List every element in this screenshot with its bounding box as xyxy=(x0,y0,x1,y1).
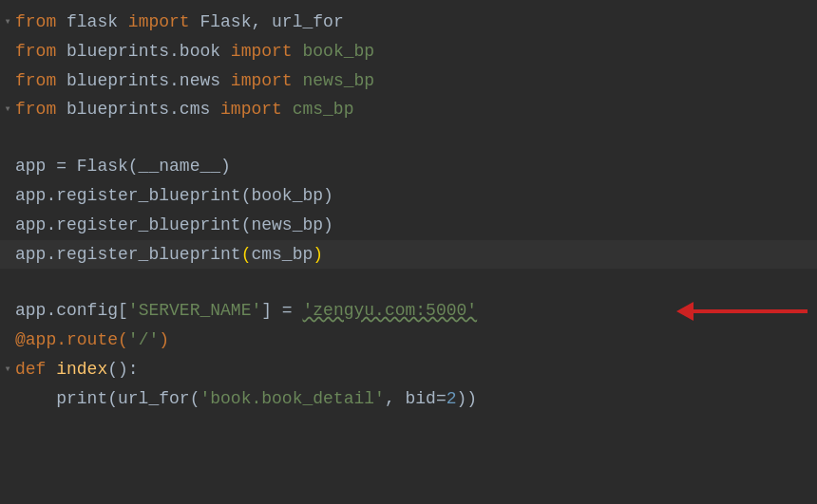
code-line: ▾ from blueprints.cms import cms_bp xyxy=(0,95,817,124)
code-line: @app.route('/') xyxy=(0,326,817,355)
paren-highlight: ) xyxy=(313,241,323,269)
number-token: 2 xyxy=(446,385,457,413)
code-text: app.config[ xyxy=(15,297,128,325)
keyword-from: from xyxy=(15,38,56,65)
code-text: Flask, url_for xyxy=(190,9,344,36)
module-name: news_bp xyxy=(293,67,374,95)
keyword-def: def xyxy=(15,356,46,383)
keyword-import: import xyxy=(231,38,293,65)
code-text: app = Flask(__name__) xyxy=(15,153,231,180)
keyword-from: from xyxy=(15,96,56,123)
code-text: (): xyxy=(107,356,138,383)
code-line-highlighted: app.register_blueprint(cms_bp) xyxy=(0,240,817,270)
empty-line xyxy=(0,124,817,152)
code-text: app.register_blueprint xyxy=(15,241,241,269)
keyword-import: import xyxy=(231,67,293,95)
arrow-body xyxy=(694,309,808,313)
code-line: app.register_blueprint(news_bp) xyxy=(0,211,817,240)
code-line: print(url_for('book.book_detail', bid=2)… xyxy=(0,384,817,414)
fold-icon[interactable]: ▾ xyxy=(0,361,15,379)
code-text: print(url_for( xyxy=(15,385,200,413)
module-name: cms_bp xyxy=(282,96,354,123)
code-text: )) xyxy=(457,385,478,413)
string-token: '/' xyxy=(128,327,159,354)
function-name: index xyxy=(56,356,107,383)
arrow-indicator xyxy=(676,302,808,321)
fold-icon[interactable]: ▾ xyxy=(0,101,15,119)
code-text: blueprints.book xyxy=(56,38,231,65)
keyword-from: from xyxy=(15,9,56,36)
string-token: 'SERVER_NAME' xyxy=(128,297,261,325)
code-line: ▾ def index(): xyxy=(0,355,817,384)
code-text: cms_bp xyxy=(251,241,313,269)
string-squiggle: 'zengyu.com:5000' xyxy=(302,297,477,325)
decorator-close: ) xyxy=(159,327,169,354)
code-line: ▾ from flask import Flask, url_for xyxy=(0,8,817,37)
code-editor: ▾ from flask import Flask, url_for from … xyxy=(0,0,817,504)
code-line-arrow: app.config['SERVER_NAME'] = 'zengyu.com:… xyxy=(0,296,817,326)
code-text: app.register_blueprint(news_bp) xyxy=(15,212,333,239)
code-line: app.register_blueprint(book_bp) xyxy=(0,181,817,211)
code-line: app = Flask(__name__) xyxy=(0,152,817,181)
code-text: blueprints.news xyxy=(56,67,231,95)
decorator: @app.route( xyxy=(15,327,128,354)
code-text: ] = xyxy=(261,297,302,325)
code-text: flask xyxy=(56,9,128,36)
empty-line xyxy=(0,269,817,296)
string-token: 'book.book_detail' xyxy=(200,385,384,413)
code-text: , bid= xyxy=(385,385,446,413)
code-line: from blueprints.book import book_bp xyxy=(0,37,817,66)
code-line: from blueprints.news import news_bp xyxy=(0,66,817,96)
keyword-from: from xyxy=(15,67,56,95)
module-name: book_bp xyxy=(293,38,374,65)
fold-icon[interactable]: ▾ xyxy=(0,13,15,31)
code-text xyxy=(46,356,56,383)
keyword-import: import xyxy=(128,9,190,36)
code-text: app.register_blueprint(book_bp) xyxy=(15,182,333,210)
paren-highlight: ( xyxy=(241,241,252,269)
arrow-head xyxy=(676,302,694,321)
code-text: blueprints.cms xyxy=(56,96,220,123)
keyword-import: import xyxy=(220,96,282,123)
